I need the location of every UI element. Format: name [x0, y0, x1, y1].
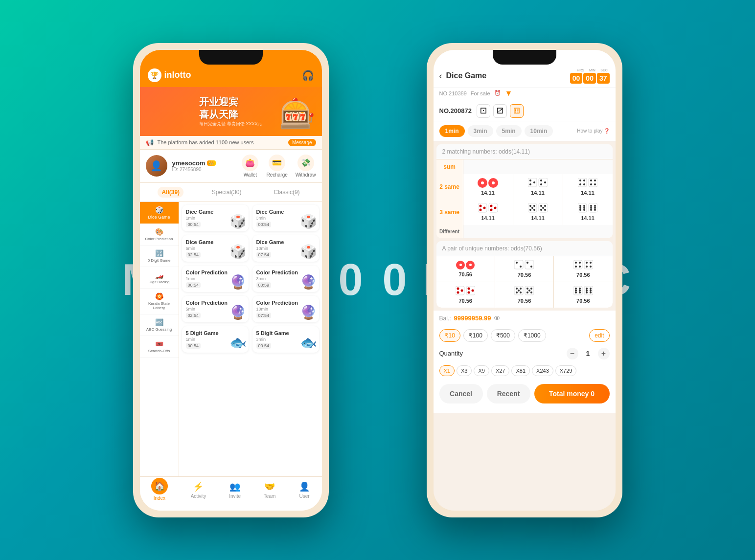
- tab-special[interactable]: Special(30): [208, 187, 246, 198]
- two-matching-section: 2 matching numbers: odds(14.11) sum 2 sa…: [436, 144, 613, 238]
- mult-x81[interactable]: X81: [511, 365, 530, 376]
- svg-point-48: [590, 207, 592, 209]
- withdraw-icon: 💸: [297, 155, 314, 171]
- unique-bet-option[interactable]: 70.56: [436, 256, 495, 282]
- tab-all[interactable]: All(39): [158, 187, 183, 198]
- svg-point-10: [583, 179, 585, 181]
- user-info: ymesocom 👑 ID: 27456890: [172, 159, 237, 172]
- wallet-icon: 👛: [242, 155, 258, 171]
- svg-point-93: [575, 291, 577, 293]
- sum-row: sum: [436, 159, 613, 174]
- svg-point-101: [590, 291, 592, 293]
- svg-point-86: [526, 291, 528, 293]
- amount-500[interactable]: ₹500: [491, 329, 515, 342]
- amount-10[interactable]: ₹10: [439, 329, 460, 342]
- svg-point-46: [590, 205, 592, 207]
- nav-item-invite[interactable]: 👥 Invite: [229, 481, 241, 501]
- quantity-value: 1: [582, 350, 594, 358]
- tab-1min[interactable]: 1min: [439, 125, 465, 137]
- svg-point-28: [533, 205, 535, 207]
- mult-x729[interactable]: X729: [555, 365, 577, 376]
- cancel-button[interactable]: Cancel: [439, 384, 483, 403]
- nav-item-user[interactable]: 👤 User: [298, 481, 310, 501]
- quantity-decrease[interactable]: −: [567, 348, 578, 359]
- svg-point-79: [518, 290, 520, 291]
- edit-button[interactable]: edit: [589, 329, 609, 342]
- unique-bet-option[interactable]: 70.56: [436, 282, 495, 308]
- headphone-icon[interactable]: 🎧: [302, 69, 314, 81]
- svg-point-35: [542, 207, 544, 209]
- amount-100[interactable]: ₹100: [463, 329, 488, 342]
- tab-classic[interactable]: Classic(9): [270, 187, 303, 198]
- total-money-button[interactable]: Total money 0: [534, 384, 610, 403]
- sidebar-item-digit-racing[interactable]: 🏎️ Digit Racing: [140, 267, 179, 289]
- svg-point-33: [540, 205, 542, 207]
- bet-option[interactable]: 14.11: [513, 174, 563, 200]
- game-card[interactable]: Color Prediction 5min 02:54 🔮: [182, 296, 249, 322]
- mult-x3[interactable]: X3: [457, 365, 472, 376]
- sidebar-item-dice-game[interactable]: 🎲 Dice Game: [140, 202, 179, 224]
- sidebar-item-5digit[interactable]: 🔢 5 Digit Game: [140, 246, 179, 267]
- amount-1000[interactable]: ₹1000: [518, 329, 546, 342]
- mult-x27[interactable]: X27: [491, 365, 510, 376]
- svg-point-40: [583, 205, 585, 207]
- game-card[interactable]: Color Prediction 3min 00:59 🔮: [252, 266, 319, 292]
- svg-point-90: [579, 288, 581, 290]
- tab-5min[interactable]: 5min: [496, 125, 522, 137]
- svg-rect-55: [525, 260, 534, 269]
- dropdown-arrow[interactable]: ▼: [505, 89, 513, 98]
- svg-point-50: [590, 209, 592, 211]
- unique-bet-option[interactable]: 70.56: [554, 282, 612, 308]
- wallet-button[interactable]: 👛 Wallet: [242, 155, 258, 178]
- nav-item-index[interactable]: 🏠 Index: [151, 481, 168, 501]
- back-button[interactable]: ‹: [439, 71, 442, 81]
- sidebar-item-label: 5 Digit Game: [148, 258, 171, 263]
- bet-option[interactable]: 14.11: [463, 200, 513, 225]
- nav-item-team[interactable]: 🤝 Team: [264, 481, 275, 501]
- balance-amount: 99999959.99: [454, 314, 491, 322]
- tab-10min[interactable]: 10min: [525, 125, 553, 137]
- dice-pattern: [514, 260, 534, 270]
- recent-button[interactable]: Recent: [487, 384, 530, 403]
- sidebar-item-scratch[interactable]: 🎟️ Scratch-Offs: [140, 336, 179, 358]
- game-card[interactable]: 5 Digit Game 3min 00:54 🐟: [252, 326, 319, 353]
- bet-option[interactable]: 14.11: [513, 200, 563, 225]
- unique-bet-option[interactable]: 70.56: [495, 256, 553, 282]
- how-to-play[interactable]: How to play ❓: [577, 128, 609, 134]
- recharge-button[interactable]: 💳 Recharge: [266, 155, 287, 178]
- unique-bet-option[interactable]: 70.56: [554, 256, 612, 282]
- game-card[interactable]: Dice Game 5min 02:54 🎲: [182, 235, 249, 262]
- svg-point-24: [494, 206, 497, 209]
- bet-option[interactable]: 14.11: [563, 174, 613, 200]
- sidebar-item-label: Dice Game: [148, 215, 170, 220]
- bet-option[interactable]: 14.11: [463, 174, 513, 200]
- sidebar-item-abc[interactable]: 🔤 ABC Guessing: [140, 314, 179, 336]
- svg-rect-13: [589, 178, 597, 187]
- unique-bet-option[interactable]: 70.56: [495, 282, 553, 308]
- quantity-increase[interactable]: +: [598, 348, 610, 359]
- sidebar-item-kerala[interactable]: 🏵️ Kerala State Lottery: [140, 289, 179, 314]
- sidebar-item-label: Kerala State Lottery: [143, 301, 176, 310]
- game-card[interactable]: Color Prediction 10min 07:54 🔮: [252, 296, 319, 322]
- eye-icon[interactable]: 👁: [494, 314, 501, 322]
- svg-point-61: [575, 266, 577, 268]
- game-card[interactable]: Color Prediction 1min 00:54 🔮: [182, 266, 249, 292]
- message-button[interactable]: Message: [288, 139, 316, 146]
- sidebar-item-color-prediction[interactable]: 🎨 Color Prediction: [140, 224, 179, 246]
- withdraw-button[interactable]: 💸 Withdraw: [296, 155, 316, 178]
- game-card-icon: 🐟: [229, 335, 247, 351]
- quantity-row: Quantity − 1 +: [434, 345, 616, 362]
- activity-icon: ⚡: [192, 481, 204, 493]
- game-card[interactable]: Dice Game 10min 07:54 🎲: [252, 235, 319, 262]
- nav-item-activity[interactable]: ⚡ Activity: [191, 481, 206, 501]
- bet-option[interactable]: 14.11: [563, 200, 613, 225]
- game-card[interactable]: 5 Digit Game 1min 00:54 🐟: [182, 326, 249, 353]
- mult-x243[interactable]: X243: [532, 365, 553, 376]
- mult-x1[interactable]: X1: [439, 365, 455, 376]
- game-card-icon: 🔮: [229, 304, 247, 320]
- game-card[interactable]: Dice Game 1min 00:54 🎲: [182, 205, 249, 231]
- mult-x9[interactable]: X9: [474, 365, 489, 376]
- game-card[interactable]: Dice Game 3min 00:54 🎲: [252, 205, 319, 231]
- tab-3min[interactable]: 3min: [468, 125, 493, 137]
- how-to-label: How to play: [577, 128, 602, 134]
